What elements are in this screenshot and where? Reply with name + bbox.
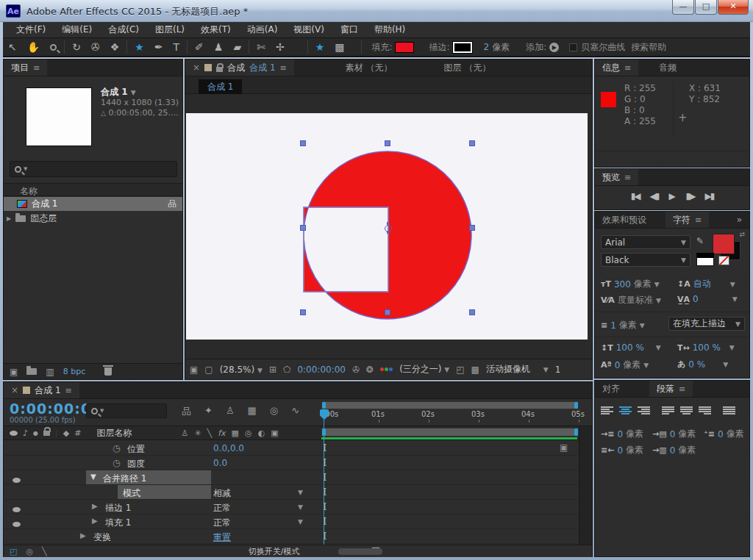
tab-timeline-comp[interactable]: × 合成 1 ≡ [4, 382, 79, 398]
title-bar[interactable]: Ae Adobe After Effects CC 2015 - 无标题项目.a… [0, 0, 753, 22]
tab-align[interactable]: 对齐 [595, 381, 627, 397]
handle-bottom-center[interactable] [385, 309, 390, 315]
shape-tool-icon[interactable]: ★ [129, 38, 149, 56]
tab-paragraph[interactable]: 段落 ≡ [649, 381, 693, 397]
eye-icon[interactable] [13, 519, 21, 529]
draft-3d-icon[interactable]: ✦ [204, 405, 213, 418]
anchor-point-icon[interactable] [383, 223, 392, 232]
stroke-label[interactable]: 描边: [429, 41, 449, 54]
stamp-tool-icon[interactable]: ♟ [209, 38, 229, 56]
expand-render-pane-icon[interactable]: ╲ [42, 547, 47, 556]
pen-tool-icon[interactable]: ✒ [149, 38, 168, 56]
hand-tool-icon[interactable]: ✋ [22, 38, 45, 56]
stroke-type-select[interactable]: 在填充上描边▼ [668, 317, 745, 331]
first-line-indent-field[interactable]: ⁺≡ 0像素 [704, 428, 744, 440]
panel-menu-icon[interactable]: ≡ [679, 384, 685, 394]
menu-composition[interactable]: 合成(C) [101, 22, 146, 37]
fill-blend-dropdown[interactable]: 正常 [213, 517, 231, 529]
position-value[interactable]: 0.0,0.0 [213, 443, 244, 453]
baseline-shift-field[interactable]: Aª 0 像素 ▼ [601, 359, 649, 371]
project-column-header[interactable]: 名称 [4, 183, 182, 196]
resolution-dropdown[interactable]: (三分之一) ▼ [399, 363, 449, 376]
panel-overflow-icon[interactable]: » [729, 212, 749, 228]
project-item-solids[interactable]: ▶ 固态层 [4, 212, 182, 226]
menu-file[interactable]: 文件(F) [9, 22, 53, 37]
last-frame-button[interactable]: ▶▮ [704, 191, 713, 201]
row-transform[interactable]: ▶ 变换 重置 I [4, 529, 577, 544]
composition-viewport[interactable] [185, 94, 592, 359]
row-merge-mode[interactable]: 模式 相减 ▼ I [4, 485, 577, 500]
vertical-scale-field[interactable]: ↕T 100 % ▼ [601, 342, 661, 353]
panel-menu-icon[interactable]: ≡ [65, 386, 72, 395]
motion-blur-icon[interactable]: ◎ [270, 405, 278, 418]
justify-last-right-button[interactable] [699, 406, 711, 415]
close-button[interactable]: ✕ [718, 0, 749, 15]
work-area-start-handle[interactable] [322, 402, 326, 409]
graph-editor-icon[interactable]: ∿ [291, 405, 299, 418]
main-monitor-icon[interactable]: ▢ [204, 365, 213, 375]
leading-field[interactable]: ↕A 自动 ▼ [677, 278, 735, 290]
collapse-icon[interactable]: ✳ [194, 428, 201, 438]
row-position[interactable]: ◷ 位置 0.0,0.0 I ▣ [4, 441, 577, 456]
type-tool-icon[interactable]: T [168, 38, 185, 56]
new-folder-icon[interactable] [26, 368, 37, 375]
video-column-icon[interactable] [10, 431, 18, 436]
close-tab-icon[interactable]: × [11, 385, 18, 395]
handle-top-right[interactable] [469, 140, 475, 146]
fill-color-swatch[interactable] [395, 42, 414, 53]
menu-effect[interactable]: 效果(T) [193, 22, 238, 37]
mask-visibility-icon[interactable]: ⬠ [283, 365, 290, 375]
fx-icon[interactable]: fx [218, 428, 225, 438]
handle-top-center[interactable] [385, 140, 390, 146]
layer-name-header[interactable]: 图层名称 [96, 427, 132, 439]
menu-help[interactable]: 帮助(H) [367, 22, 413, 37]
eraser-tool-icon[interactable]: ▰ [228, 38, 246, 56]
close-tab-icon[interactable]: × [193, 62, 200, 73]
roto-brush-tool-icon[interactable]: ✄ [251, 38, 271, 56]
menu-edit[interactable]: 编辑(E) [54, 22, 99, 37]
row-roundness[interactable]: ◷ 圆度 0.0 I [4, 456, 577, 470]
panel-menu-icon[interactable]: ≡ [33, 63, 40, 73]
view-layout-dropdown[interactable]: 1 [555, 365, 561, 375]
frame-blend-icon[interactable]: ▦ [248, 405, 257, 418]
justify-last-left-button[interactable] [662, 406, 674, 415]
swap-colors-icon[interactable]: ⇄ [739, 231, 745, 238]
eye-icon[interactable] [13, 504, 21, 514]
work-area-bar[interactable] [321, 401, 579, 409]
stroke-width-value[interactable]: 2 [484, 42, 490, 52]
row-merge-paths[interactable]: ▼ 合并路径 1 I [4, 470, 577, 485]
solo-column-icon[interactable]: ● [33, 430, 38, 437]
puppet-pin-tool-icon[interactable]: ✢ [271, 38, 290, 56]
expand-icon[interactable]: ▶ [80, 531, 86, 539]
brush-tool-icon[interactable]: ✐ [190, 38, 209, 56]
font-style-select[interactable]: Black▼ [601, 253, 690, 267]
camera-tool-icon[interactable]: ✇ [86, 38, 105, 56]
frame-blend-col-icon[interactable]: ▦ [232, 428, 239, 438]
stopwatch-icon[interactable]: ◷ [113, 443, 120, 453]
layer-duration-bar[interactable] [321, 428, 579, 437]
bw-swatch[interactable] [696, 253, 714, 266]
play-button[interactable]: ▶ [668, 191, 675, 201]
tab-layer[interactable]: 图层 （无） [437, 60, 499, 76]
panel-menu-icon[interactable]: ≡ [280, 63, 287, 73]
comp-timecode[interactable]: 0:00:00:00 [297, 365, 346, 375]
audio-column-icon[interactable]: ♪ [23, 428, 28, 438]
mini-flowchart-icon[interactable]: 品 [182, 405, 191, 418]
quality-icon[interactable]: ╲ [207, 428, 213, 438]
space-before-field[interactable]: →▤ 0像素 [652, 428, 696, 440]
fill-color-chip[interactable] [713, 234, 735, 254]
indent-left-field[interactable]: →≡ 0像素 [601, 428, 643, 440]
menu-view[interactable]: 视图(V) [286, 22, 332, 37]
channels-icon[interactable] [380, 367, 393, 371]
camera-view-dropdown[interactable]: 活动摄像机 ▼ [486, 363, 549, 376]
row-fill[interactable]: ▶ 填充 1 正常 ▼ I [4, 514, 577, 529]
panel-menu-icon[interactable]: ≡ [695, 215, 702, 225]
new-comp-icon[interactable]: ▥ [46, 367, 54, 377]
maximize-button[interactable]: □ [695, 0, 717, 15]
shy-icon[interactable]: ♙ [181, 428, 188, 438]
tab-audio[interactable]: 音频 [652, 60, 684, 76]
viewer-tab[interactable]: 合成 1 [199, 79, 242, 95]
first-frame-button[interactable]: ▮◀ [631, 191, 640, 201]
magnification-dropdown[interactable]: (28.5%) ▼ [220, 365, 263, 375]
tab-character[interactable]: 字符 ≡ [665, 212, 709, 228]
